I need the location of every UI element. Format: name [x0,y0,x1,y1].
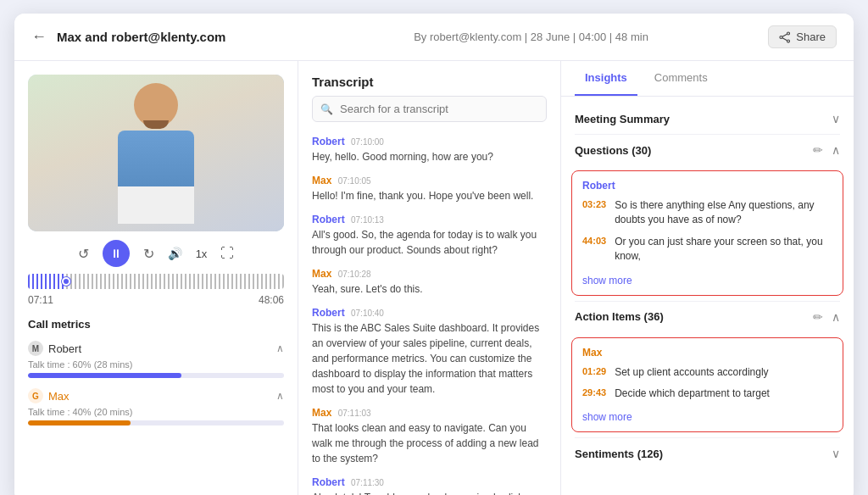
action-items-show-more[interactable]: show more [582,408,832,423]
question-text-2: Or you can just share your screen so tha… [615,235,832,264]
questions-box: Robert 03:23 So is there anything else A… [571,170,843,296]
msg-text: That looks clean and easy to navigate. C… [312,420,547,466]
questions-section-header[interactable]: Questions (30) ✏ ∧ [561,135,854,165]
msg-time: 07:10:13 [351,215,384,225]
question-time-1: 03:23 [582,198,606,209]
meeting-summary-title: Meeting Summary [575,113,670,125]
header-meta: By robert@klenty.com | 28 June | 04:00 |… [294,31,769,43]
play-pause-button[interactable]: ⏸ [103,240,130,267]
rewind-button[interactable]: ↺ [78,246,89,262]
video-figure [118,83,194,224]
forward-button[interactable]: ↻ [143,246,154,262]
msg-time: 07:11:03 [338,409,371,418]
speaker-bar-fill-robert [28,373,181,378]
video-thumbnail[interactable] [28,75,284,231]
list-item: Robert 07:11:30 Absolutely! To add a new… [312,476,547,495]
speaker-robert: Robert 07:10:13 [312,214,547,225]
speaker-initial-robert: M [28,341,43,356]
action-items-box: Max 01:29 Set up client accounts accordi… [571,337,843,433]
total-time: 48:06 [259,294,284,306]
insights-content: Meeting Summary ∨ Questions (30) ✏ ∧ Rob… [561,97,854,495]
chevron-down-sentiments-icon[interactable]: ∨ [832,447,840,460]
collapse-max-button[interactable]: ∧ [276,390,284,402]
search-input[interactable] [312,96,547,122]
msg-text: Absolutely! To add a new lead, you simpl… [312,490,547,495]
msg-text: Hello! I'm fine, thank you. Hope you've … [312,188,547,203]
speaker-bar-max [28,420,284,425]
speaker-robert: Robert 07:11:30 [312,476,547,488]
questions-title: Questions (30) [575,144,651,157]
msg-time: 07:10:05 [338,176,371,186]
svg-point-1 [780,36,782,38]
action-items-section-header[interactable]: Action Items (36) ✏ ∧ [561,302,854,332]
collapse-robert-button[interactable]: ∧ [276,342,284,354]
svg-line-4 [782,37,787,40]
speaker-robert: Robert 07:10:40 [312,307,547,319]
speed-control[interactable]: 1x [196,248,208,260]
chevron-up-icon[interactable]: ∧ [832,143,840,157]
speaker-initial-max: G [28,388,43,403]
speaker-talk-robert: Talk time : 60% (28 mins) [28,359,284,370]
transcript-title: Transcript [298,61,560,96]
share-button[interactable]: Share [768,25,837,48]
question-item-1: 03:23 So is there anything else Any ques… [582,198,832,228]
msg-text: This is the ABC Sales Suite dashboard. I… [312,320,547,397]
tab-insights[interactable]: Insights [575,61,637,96]
meeting-summary-actions: ∨ [832,112,840,125]
speaker-max: Max 07:11:03 [312,407,547,419]
action-text-1: Set up client accounts accordingly [615,365,768,380]
msg-text: Yeah, sure. Let's do this. [312,281,547,297]
header: ← Max and robert@klenty.com By robert@kl… [14,14,854,61]
sentiments-actions: ∨ [832,447,840,460]
svg-point-2 [787,40,790,42]
msg-time: 07:11:30 [351,478,384,487]
list-item: Max 07:10:28 Yeah, sure. Let's do this. [312,268,547,297]
back-button[interactable]: ← [31,28,47,46]
action-item-1: 01:29 Set up client accounts accordingly [582,365,832,380]
speaker-max: Max 07:10:05 [312,175,547,186]
sentiments-section[interactable]: Sentiments (126) ∨ [561,438,854,469]
list-item: Robert 07:10:13 All's good. So, the agen… [312,214,547,258]
fullscreen-button[interactable]: ⛶ [220,246,234,261]
questions-actions: ✏ ∧ [813,143,840,157]
chevron-up-action-icon[interactable]: ∧ [832,310,840,324]
speaker-bar-robert [28,373,284,378]
chevron-down-icon[interactable]: ∨ [832,112,840,125]
msg-time: 07:10:40 [351,309,384,318]
transcript-messages: Robert 07:10:00 Hey, hello. Good morning… [298,129,560,495]
edit-icon[interactable]: ✏ [813,143,823,157]
list-item: Robert 07:10:40 This is the ABC Sales Su… [312,307,547,397]
video-person-body [118,131,194,224]
transcript-search-wrap: 🔍 [312,96,547,122]
speaker-row: M Robert ∧ Talk time : 60% (28 mins) [28,341,284,378]
share-icon [779,31,791,43]
tab-comments[interactable]: Comments [644,61,718,96]
action-item-2: 29:43 Decide which department to target [582,387,832,401]
edit-action-icon[interactable]: ✏ [813,310,823,324]
current-time: 07:11 [28,294,53,306]
list-item: Max 07:10:05 Hello! I'm fine, thank you.… [312,175,547,203]
volume-icon[interactable]: 🔊 [168,247,182,260]
questions-show-more[interactable]: show more [582,271,832,286]
speaker-name-robert: M Robert [28,341,81,356]
action-text-2: Decide which department to target [615,387,770,401]
list-item: Max 07:11:03 That looks clean and easy t… [312,407,547,466]
progress-dot [62,277,70,286]
waveform [28,274,284,289]
main-content: ↺ ⏸ ↻ 🔊 1x ⛶ 07:11 48:06 Call metrics [14,61,854,495]
sentiments-title: Sentiments (126) [575,448,663,460]
left-panel: ↺ ⏸ ↻ 🔊 1x ⛶ 07:11 48:06 Call metrics [14,61,298,495]
speaker-bar-fill-max [28,420,131,425]
speaker-name-max: G Max [28,388,70,403]
time-display: 07:11 48:06 [28,294,284,306]
page-title: Max and robert@klenty.com [57,30,294,44]
question-item-2: 44:03 Or you can just share your screen … [582,235,832,264]
speaker-label-max: Max [48,390,70,403]
question-time-2: 44:03 [582,235,606,246]
svg-line-3 [782,34,787,36]
msg-time: 07:10:00 [351,137,384,147]
action-time-1: 01:29 [582,365,606,376]
progress-bar[interactable] [28,274,284,289]
msg-text: Hey, hello. Good morning, how are you? [312,149,547,164]
meeting-summary-section[interactable]: Meeting Summary ∨ [561,103,854,134]
